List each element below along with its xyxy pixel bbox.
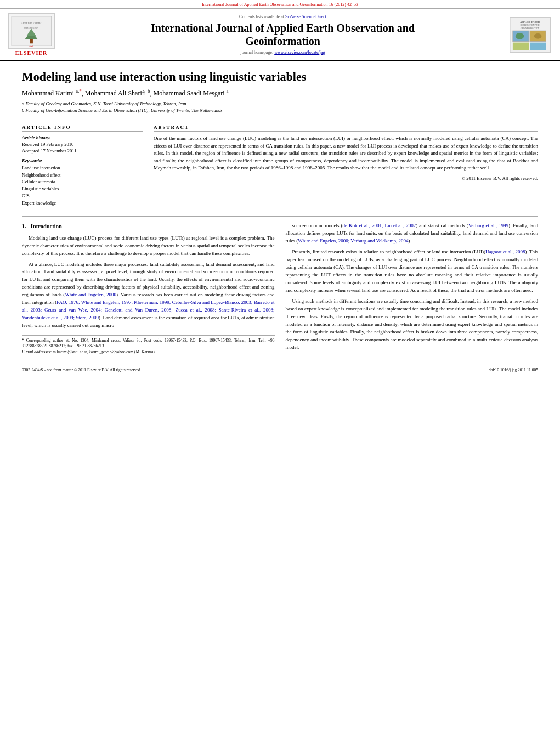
copyright-line: © 2011 Elsevier B.V. All rights reserved… bbox=[154, 176, 538, 181]
svg-rect-19 bbox=[530, 42, 546, 50]
ref-verburg1999[interactable]: Verburg et al., 1999 bbox=[468, 223, 508, 228]
article-title: Modeling land use interaction using ling… bbox=[22, 70, 538, 84]
journal-logo-image-right: APPLIED EARTH OBSERVATION AND GEOINFORMA… bbox=[510, 17, 551, 53]
contents-line: Contents lists available at SciVerse Sci… bbox=[61, 14, 504, 19]
keyword-1: Land use interaction bbox=[22, 165, 143, 172]
journal-homepage: journal homepage: www.elsevier.com/locat… bbox=[61, 50, 504, 55]
section-num: 1. bbox=[22, 223, 26, 229]
doi-line: doi:10.1016/j.jag.2011.11.005 bbox=[489, 367, 538, 372]
keyword-6: Expert knowledge bbox=[22, 200, 143, 207]
affiliations: a Faculty of Geodesy and Geomatics, K.N.… bbox=[22, 101, 538, 114]
contents-label: Contents lists available at bbox=[239, 14, 285, 19]
footnote-email: E-mail addresses: m.karimi@kntu.ac.ir, k… bbox=[22, 349, 275, 355]
affil-b: b Faculty of Geo-Information Science and… bbox=[22, 108, 538, 114]
keywords-label: Keywords: bbox=[22, 158, 143, 163]
svg-text:APPLIED EARTH: APPLIED EARTH bbox=[21, 22, 41, 25]
bottom-bar: 0303-2434/$ – see front matter © 2011 El… bbox=[0, 365, 560, 376]
svg-rect-6 bbox=[30, 39, 33, 44]
divider-top bbox=[22, 120, 538, 120]
abstract-section: ABSTRACT One of the main factors of land… bbox=[154, 125, 538, 210]
right-para1: socio-economic models (de Kok et al., 20… bbox=[286, 222, 539, 245]
ref-fao[interactable]: FAO, 1976; White and Engelen, 1997; Klos… bbox=[22, 299, 275, 320]
ref-dekok[interactable]: de Kok et al., 2001; Liu et al., 2007 bbox=[342, 223, 416, 228]
journal-name: International Journal of Applied Earth O… bbox=[61, 21, 504, 48]
body-col-right: socio-economic models (de Kok et al., 20… bbox=[286, 222, 539, 355]
accepted-date: Accepted 17 November 2011 bbox=[22, 148, 143, 155]
journal-header: APPLIED EARTH OBSERVATION JAG ELSEVIER C… bbox=[0, 9, 560, 61]
body-col-left: 1. Introduction Modeling land use change… bbox=[22, 222, 275, 355]
keywords-list: Land use interaction Neighborhood effect… bbox=[22, 165, 143, 207]
svg-text:GEOINFORMATION: GEOINFORMATION bbox=[521, 27, 540, 30]
footnote-area: * Corresponding author at: No. 1364, Mir… bbox=[22, 335, 275, 355]
article-info-title: ARTICLE INFO bbox=[22, 125, 143, 132]
article-history-section: Article history: Received 19 February 20… bbox=[22, 135, 143, 155]
right-para3: Using such methods in different location… bbox=[286, 298, 539, 352]
journal-logo-right: APPLIED EARTH OBSERVATION AND GEOINFORMA… bbox=[510, 17, 553, 53]
keyword-3: Cellular automata bbox=[22, 178, 143, 185]
abstract-title: ABSTRACT bbox=[154, 125, 538, 132]
abstract-text: One of the main factors of land use chan… bbox=[154, 135, 538, 172]
intro-para1: Modeling land use change (LUC) process f… bbox=[22, 235, 275, 258]
sciverse-link[interactable]: SciVerse ScienceDirect bbox=[285, 14, 326, 19]
footnote-star: * Corresponding author at: No. 1364, Mir… bbox=[22, 338, 275, 349]
journal-citation: International Journal of Applied Earth O… bbox=[202, 2, 358, 7]
history-label: Article history: bbox=[22, 135, 143, 140]
received-date: Received 19 February 2010 bbox=[22, 142, 143, 148]
svg-rect-18 bbox=[513, 42, 529, 50]
svg-point-17 bbox=[534, 33, 542, 39]
intro-para2: At a glance, LUC modeling includes three… bbox=[22, 261, 275, 330]
authors-line: Mohammad Karimi a,*, Mohammad Ali Sharif… bbox=[22, 88, 538, 98]
intro-section-title: 1. Introduction bbox=[22, 222, 275, 231]
ref-white-engelen2000[interactable]: White and Engelen, 2000; Verburg and Vel… bbox=[298, 238, 408, 244]
elsevier-logo-image: APPLIED EARTH OBSERVATION JAG bbox=[8, 13, 55, 49]
svg-text:OBSERVATION AND: OBSERVATION AND bbox=[520, 24, 539, 26]
svg-text:JAG: JAG bbox=[29, 45, 33, 47]
issn-line: 0303-2434/$ – see front matter © 2011 El… bbox=[22, 367, 142, 372]
divider-body bbox=[22, 216, 538, 217]
main-content: Modeling land use interaction using ling… bbox=[0, 61, 560, 360]
keywords-section: Keywords: Land use interaction Neighborh… bbox=[22, 158, 143, 207]
affil-a: a Faculty of Geodesy and Geomatics, K.N.… bbox=[22, 101, 538, 108]
svg-text:APPLIED EARTH: APPLIED EARTH bbox=[520, 20, 540, 23]
keyword-2: Neighborhood effect bbox=[22, 172, 143, 179]
top-bar: International Journal of Applied Earth O… bbox=[0, 0, 560, 9]
elsevier-logo-left: APPLIED EARTH OBSERVATION JAG ELSEVIER bbox=[7, 13, 56, 56]
journal-title-center: Contents lists available at SciVerse Sci… bbox=[61, 14, 504, 55]
keyword-4: Linguistic variables bbox=[22, 185, 143, 193]
article-info-panel: ARTICLE INFO Article history: Received 1… bbox=[22, 125, 143, 210]
info-abstract-row: ARTICLE INFO Article history: Received 1… bbox=[22, 125, 538, 210]
keyword-5: GIS bbox=[22, 193, 143, 200]
body-columns: 1. Introduction Modeling land use change… bbox=[22, 222, 538, 355]
homepage-link[interactable]: www.elsevier.com/locate/jag bbox=[274, 50, 325, 55]
right-para2: Presently, limited research exists in re… bbox=[286, 248, 539, 295]
ref-white2000[interactable]: White and Engelen, 2000 bbox=[65, 292, 116, 297]
svg-point-14 bbox=[516, 33, 524, 39]
elsevier-brand: ELSEVIER bbox=[15, 50, 48, 56]
ref-hagoort[interactable]: Hagoort et al., 2008 bbox=[485, 249, 525, 254]
